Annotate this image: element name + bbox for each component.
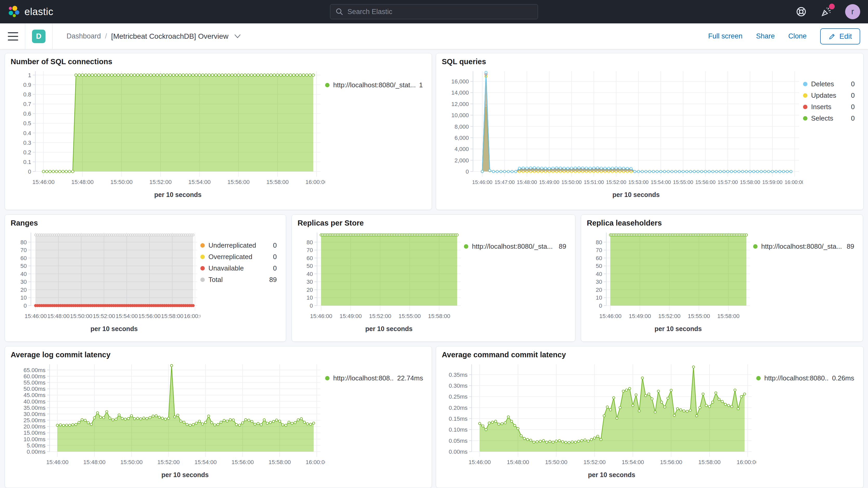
svg-text:14,000: 14,000 <box>452 89 469 96</box>
svg-text:0.2: 0.2 <box>23 149 31 156</box>
search-input[interactable] <box>347 8 532 16</box>
edit-button[interactable]: Edit <box>820 28 860 44</box>
chart-legend: http://localhost:8080/_sta...89 <box>464 229 568 250</box>
svg-text:0.7: 0.7 <box>23 101 31 107</box>
legend-item[interactable]: Underreplicated0 <box>200 241 277 249</box>
legend-item[interactable]: Deletes0 <box>803 80 855 88</box>
legend-item[interactable]: Overreplicated0 <box>200 253 277 261</box>
share-button[interactable]: Share <box>756 32 775 40</box>
chart-ranges[interactable]: 15:46:0015:48:0015:50:0015:52:0015:54:00… <box>11 229 200 338</box>
breadcrumb-dashboard-link[interactable]: Dashboard <box>66 32 101 40</box>
legend-value: 0.26ms <box>832 374 854 382</box>
svg-text:10: 10 <box>307 295 313 301</box>
legend-value: 0 <box>851 80 855 88</box>
svg-text:15:52:00: 15:52:00 <box>658 313 681 319</box>
chart-log-commit-latency[interactable]: 15:46:0015:48:0015:50:0015:52:0015:54:00… <box>11 361 325 483</box>
chart-command-commit-latency[interactable]: 15:46:0015:48:0015:50:0015:52:0015:54:00… <box>442 361 756 483</box>
svg-text:0.00ms: 0.00ms <box>27 449 45 455</box>
svg-text:15:58:00: 15:58:00 <box>717 313 740 319</box>
chart-legend: http://localhost:808...22.74ms <box>325 361 425 382</box>
svg-text:20: 20 <box>596 286 602 293</box>
svg-text:16:00:00: 16:00:00 <box>184 313 200 319</box>
svg-text:15:47:00: 15:47:00 <box>495 179 515 185</box>
svg-text:per 10 seconds: per 10 seconds <box>365 325 412 332</box>
chart-sql-connections[interactable]: 15:46:0015:48:0015:50:0015:52:0015:54:00… <box>11 67 325 203</box>
chart-sql-queries[interactable]: 15:46:0015:47:0015:48:0015:49:0015:50:00… <box>442 67 803 203</box>
title-options-button[interactable] <box>234 34 241 39</box>
svg-text:40: 40 <box>596 271 602 277</box>
svg-text:per 10 seconds: per 10 seconds <box>161 471 209 478</box>
legend-label: Overreplicated <box>209 253 270 261</box>
series-color-dot <box>200 243 205 248</box>
svg-text:8,000: 8,000 <box>455 123 469 130</box>
svg-text:15:50:00: 15:50:00 <box>111 179 133 185</box>
legend-item[interactable]: http://localhost:808...22.74ms <box>325 374 423 382</box>
svg-text:16:00:00: 16:00:00 <box>306 459 325 465</box>
svg-text:0.30ms: 0.30ms <box>449 383 467 389</box>
app-header: elastic <box>0 0 868 23</box>
panel-title: Replica leaseholders <box>587 219 857 227</box>
chevron-down-icon <box>234 34 241 39</box>
help-button[interactable] <box>795 6 807 18</box>
svg-text:50.00ms: 50.00ms <box>24 386 45 392</box>
svg-text:15:52:00: 15:52:00 <box>583 459 606 465</box>
notification-dot <box>829 4 835 9</box>
svg-text:15:50:00: 15:50:00 <box>561 179 582 185</box>
svg-text:15.00ms: 15.00ms <box>24 430 45 436</box>
svg-text:15:55:00: 15:55:00 <box>398 313 421 319</box>
svg-text:15:54:00: 15:54:00 <box>651 179 671 185</box>
chart-legend: Deletes0Updates0Inserts0Selects0 <box>803 67 856 122</box>
menu-button[interactable] <box>8 32 18 40</box>
svg-text:15:52:00: 15:52:00 <box>157 459 180 465</box>
legend-item[interactable]: Inserts0 <box>803 103 855 111</box>
panel-replicas-per-store: Replicas per Store 15:46:0015:49:0015:52… <box>291 214 576 342</box>
legend-item[interactable]: http://localhost:8080/_sta...89 <box>753 242 854 250</box>
clone-button[interactable]: Clone <box>788 32 807 40</box>
elastic-logo-icon <box>8 5 20 18</box>
legend-label: Inserts <box>811 103 847 111</box>
svg-text:16:00:00: 16:00:00 <box>784 179 803 185</box>
legend-item[interactable]: Updates0 <box>803 91 855 99</box>
legend-item[interactable]: Selects0 <box>803 114 855 122</box>
legend-value: 89 <box>269 276 277 284</box>
chart-replicas-per-store[interactable]: 15:46:0015:49:0015:52:0015:55:0015:58:00… <box>298 229 464 338</box>
full-screen-button[interactable]: Full screen <box>708 32 742 40</box>
dashboard-app-badge[interactable]: D <box>32 30 45 43</box>
svg-text:55.00ms: 55.00ms <box>24 379 45 386</box>
svg-text:0.05ms: 0.05ms <box>449 437 467 444</box>
legend-item[interactable]: http://localhost:8080/_sta...89 <box>464 242 566 250</box>
legend-value: 0 <box>851 114 855 122</box>
svg-text:15:46:00: 15:46:00 <box>46 459 69 465</box>
svg-text:15:49:00: 15:49:00 <box>339 313 362 319</box>
legend-item[interactable]: http://localhost:8080...0.26ms <box>756 374 854 382</box>
dashboard-toolbar: D Dashboard / [Metricbeat CockroachDB] O… <box>0 23 868 49</box>
svg-text:0.8: 0.8 <box>23 91 31 98</box>
svg-text:1: 1 <box>28 72 31 79</box>
legend-label: Unavailable <box>209 264 270 272</box>
chart-replica-leaseholders[interactable]: 15:46:0015:49:0015:52:0015:55:0015:58:00… <box>587 229 753 338</box>
svg-text:15:56:00: 15:56:00 <box>138 313 161 319</box>
svg-text:60.00ms: 60.00ms <box>24 373 45 379</box>
legend-item[interactable]: Total89 <box>200 276 277 283</box>
panel-command-commit-latency: Average command commit latency 15:46:001… <box>436 346 864 488</box>
series-color-dot <box>200 255 205 259</box>
legend-label: http://localhost:8080... <box>764 374 829 382</box>
svg-text:per 10 seconds: per 10 seconds <box>90 325 138 332</box>
legend-label: http://localhost:808... <box>333 374 394 382</box>
legend-item[interactable]: Unavailable0 <box>200 264 277 272</box>
svg-text:0.25ms: 0.25ms <box>449 393 467 400</box>
svg-text:15:46:00: 15:46:00 <box>310 313 332 319</box>
user-avatar[interactable]: r <box>845 4 860 19</box>
svg-text:15:58:00: 15:58:00 <box>740 179 760 185</box>
elastic-brand[interactable]: elastic <box>8 5 53 18</box>
legend-label: Selects <box>811 114 847 122</box>
svg-text:per 10 seconds: per 10 seconds <box>154 191 202 198</box>
global-search[interactable] <box>330 4 538 19</box>
series-color-dot <box>200 277 205 282</box>
legend-item[interactable]: http://localhost:8080/_stat...1 <box>325 81 423 89</box>
svg-text:15:46:00: 15:46:00 <box>32 179 55 185</box>
svg-text:30: 30 <box>307 279 313 285</box>
whats-new-button[interactable] <box>820 6 832 18</box>
series-color-dot <box>803 116 807 121</box>
svg-text:0.35ms: 0.35ms <box>449 372 467 378</box>
